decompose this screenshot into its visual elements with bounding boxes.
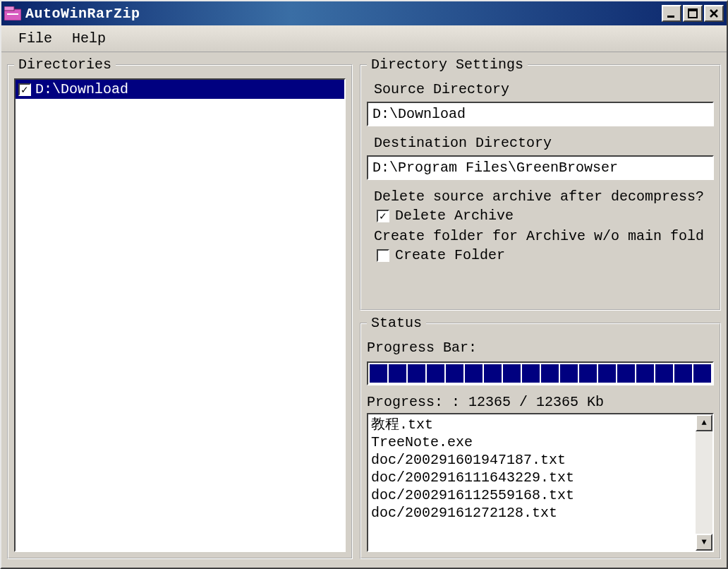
settings-group: Directory Settings Source Directory Dest… — [360, 56, 721, 311]
directory-checkbox[interactable]: ✓ — [18, 83, 31, 96]
settings-legend: Directory Settings — [367, 56, 528, 73]
progress-bar — [367, 361, 714, 385]
status-group: Status Progress Bar: Progress: : 12365 /… — [360, 315, 721, 559]
create-folder-checkbox[interactable] — [377, 249, 389, 262]
source-dir-label: Source Directory — [374, 81, 711, 97]
app-icon — [4, 6, 21, 20]
log-output[interactable]: 教程.txt TreeNote.exe doc/200291601947187.… — [368, 414, 696, 551]
progress-bar-label: Progress Bar: — [367, 340, 711, 356]
directories-group: Directories ✓ D:\Download — [7, 56, 353, 559]
svg-rect-2 — [7, 13, 18, 15]
list-item[interactable]: ✓ D:\Download — [16, 80, 344, 99]
delete-archive-label: Delete Archive — [395, 208, 514, 224]
delete-archive-checkbox[interactable]: ✓ — [377, 210, 389, 222]
menu-help[interactable]: Help — [62, 28, 116, 49]
svg-rect-5 — [688, 9, 697, 11]
titlebar[interactable]: AutoWinRarZip — [1, 1, 727, 25]
scroll-down-icon[interactable]: ▼ — [696, 534, 712, 551]
app-window: AutoWinRarZip File Help Directories ✓ D:… — [0, 0, 728, 569]
dest-dir-input[interactable] — [367, 155, 714, 180]
menu-file[interactable]: File — [8, 28, 62, 49]
minimize-button[interactable] — [662, 5, 681, 22]
directory-path: D:\Download — [35, 81, 128, 97]
create-folder-label: Create Folder — [395, 247, 505, 263]
menubar: File Help — [1, 25, 727, 52]
log-scrollbar[interactable]: ▲ ▼ — [696, 414, 712, 551]
directories-list[interactable]: ✓ D:\Download — [14, 78, 346, 552]
dest-dir-label: Destination Directory — [374, 135, 711, 151]
directories-legend: Directories — [14, 56, 116, 73]
scroll-up-icon[interactable]: ▲ — [696, 414, 712, 431]
svg-rect-3 — [667, 16, 674, 18]
close-button[interactable] — [704, 5, 724, 22]
maximize-button[interactable] — [683, 5, 703, 22]
source-dir-input[interactable] — [367, 102, 714, 126]
scroll-track[interactable] — [696, 431, 712, 534]
window-title: AutoWinRarZip — [25, 6, 662, 22]
svg-rect-1 — [4, 6, 14, 11]
progress-text: Progress: : 12365 / 12365 Kb — [367, 394, 711, 410]
content-area: Directories ✓ D:\Download Directory Sett… — [1, 52, 727, 568]
create-folder-question-label: Create folder for Archive w/o main fold — [374, 228, 711, 244]
delete-question-label: Delete source archive after decompress? — [374, 188, 711, 205]
status-legend: Status — [367, 315, 426, 331]
